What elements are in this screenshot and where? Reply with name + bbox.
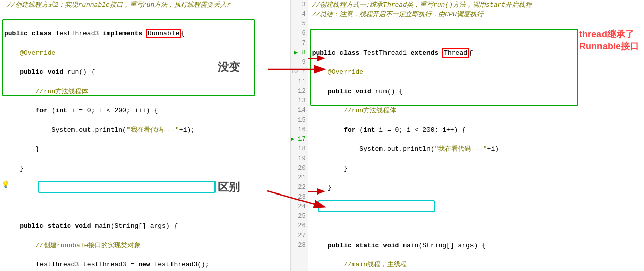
label-no-change: 没变 — [218, 60, 240, 75]
left-panel: //创建线程方式2：实现runnable接口，重写run方法，执行线程需要丢入r… — [0, 0, 290, 271]
right-panel: //创建线程方式一:继承Thread类，重写run()方法，调用start开启线… — [308, 0, 644, 271]
annotation-thread-runnable: thread继承了Runnable接口 — [579, 29, 639, 53]
green-box-right-class — [310, 29, 578, 106]
line-numbers-gutter: 3 4 5 6 7 ▶ 8 9 10 ↑ 11 12 13 14 15 16 ▶… — [290, 0, 308, 271]
lightbulb-icon: 💡 — [1, 180, 10, 189]
cyan-box-right-start — [318, 200, 435, 212]
label-difference: 区别 — [218, 180, 240, 195]
green-box-left-class — [2, 19, 255, 96]
cyan-box-left-thread — [38, 181, 216, 193]
right-header-comment: //创建线程方式一:继承Thread类，重写run()方法，调用start开启线… — [312, 0, 644, 10]
right-subheader-comment: //总结：注意，线程开启不一定立即执行，由CPU调度执行 — [312, 10, 644, 19]
editor-container: //创建线程方式2：实现runnable接口，重写run方法，执行线程需要丢入r… — [0, 0, 644, 271]
left-header-comment: //创建线程方式2：实现runnable接口，重写run方法，执行线程需要丢入r — [0, 0, 290, 10]
